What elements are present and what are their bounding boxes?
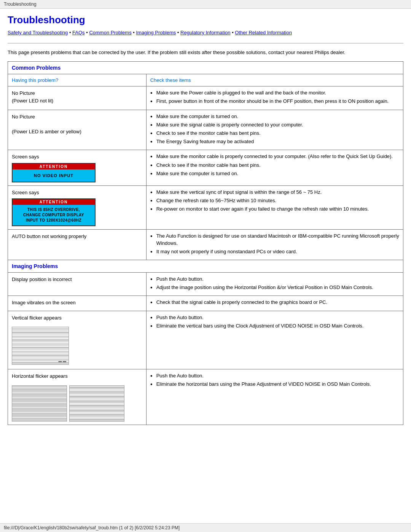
table-row: Screen says ATTENTION THIS IS 85HZ OVERD… xyxy=(8,185,403,230)
check-cell: Make sure the Power cable is plugged to … xyxy=(146,86,403,110)
list-item: Check that the signal cable is properly … xyxy=(150,299,399,306)
problem-cell: Horizontal flicker appears xyxy=(8,369,147,425)
problem-cell: Screen says ATTENTION THIS IS 85HZ OVERD… xyxy=(8,185,147,230)
list-item: Push the Auto button. xyxy=(150,276,399,283)
list-item: Eliminate the vertical bars using the Cl… xyxy=(150,323,399,329)
check-cell: Check that the signal cable is properly … xyxy=(146,296,403,311)
imaging-problems-label: Imaging Problems xyxy=(12,263,58,269)
problem-cell: Image vibrates on the screen xyxy=(8,296,147,311)
list-item: Change the refresh rate to 56~75Hz withi… xyxy=(150,197,399,204)
list-item: The Auto Function is designed for use on… xyxy=(150,233,399,246)
common-problems-header: Common Problems xyxy=(8,62,403,74)
list-item: Push the Auto button. xyxy=(150,372,399,379)
tab-label: Troubleshooting xyxy=(4,2,37,7)
breadcrumb-safety[interactable]: Safety and Troubleshooting xyxy=(8,30,68,35)
list-item: Re-power on monitor to start over again … xyxy=(150,206,399,212)
browser-tab: Troubleshooting xyxy=(0,0,411,9)
problem-cell: Screen says ATTENTION NO VIDEO INPUT xyxy=(8,150,147,186)
table-row: No Picture(Power LED not lit) Make sure … xyxy=(8,86,403,110)
list-item: Make sure the monitor cable is properly … xyxy=(150,153,399,160)
col-problem-header: Having this problem? xyxy=(8,74,147,86)
breadcrumb-faqs[interactable]: FAQs xyxy=(72,30,85,35)
check-cell: Make sure the vertical sync of input sig… xyxy=(146,185,403,230)
list-item: Eliminate the horizontal bars using the … xyxy=(150,381,399,388)
main-table: Common Problems Having this problem? Che… xyxy=(8,61,403,425)
page-content: Troubleshooting Safety and Troubleshooti… xyxy=(0,9,411,448)
list-item: The Energy Saving feature may be activat… xyxy=(150,138,399,145)
check-cell: Make sure the monitor cable is properly … xyxy=(146,150,403,186)
page-title: Troubleshooting xyxy=(8,14,403,26)
list-item: First, power button in front of the moni… xyxy=(150,98,399,105)
check-cell: Push the Auto button. Eliminate the vert… xyxy=(146,311,403,369)
divider xyxy=(8,43,403,43)
list-item: Push the Auto button. xyxy=(150,314,399,321)
common-problems-label: Common Problems xyxy=(12,65,61,71)
table-row: AUTO button not working properly The Aut… xyxy=(8,230,403,260)
horizontal-flicker-image-2 xyxy=(69,385,124,422)
table-row: Vertical flicker appears ▬ ▬ Push the Au… xyxy=(8,311,403,369)
breadcrumb-other-related[interactable]: Other Related Information xyxy=(235,30,292,35)
list-item: Adjust the image position using the Hori… xyxy=(150,284,399,291)
table-row: Screen says ATTENTION NO VIDEO INPUT Mak… xyxy=(8,150,403,186)
list-item: Make sure the Power cable is plugged to … xyxy=(150,89,399,96)
vertical-flicker-image: ▬ ▬ xyxy=(12,327,69,365)
list-item: Make sure the computer is turned on. xyxy=(150,170,399,177)
list-item: Make sure the signal cable is properly c… xyxy=(150,121,399,128)
problem-cell: Vertical flicker appears ▬ ▬ xyxy=(8,311,147,369)
check-cell: Make sure the computer is turned on. Mak… xyxy=(146,110,403,150)
table-row: Image vibrates on the screen Check that … xyxy=(8,296,403,311)
imaging-problems-header: Imaging Problems xyxy=(8,260,403,272)
horizontal-flicker-image-container xyxy=(12,383,142,422)
list-item: It may not work properly if using nonsta… xyxy=(150,248,399,255)
problem-cell: No Picture(Power LED is amber or yellow) xyxy=(8,110,147,150)
breadcrumb-regulatory[interactable]: Regulatory Information xyxy=(180,30,231,35)
attention-box-1: ATTENTION NO VIDEO INPUT xyxy=(12,163,96,182)
list-item: Check to see if the monitor cable has be… xyxy=(150,162,399,169)
list-item: Make sure the computer is turned on. xyxy=(150,113,399,120)
attention-box-2: ATTENTION THIS IS 85HZ OVERDRIVE,CHANGE … xyxy=(12,198,96,226)
problem-cell: AUTO button not working properly xyxy=(8,230,147,260)
col-check-header: Check these items xyxy=(146,74,403,86)
breadcrumb: Safety and Troubleshooting • FAQs • Comm… xyxy=(8,29,403,37)
table-row: Horizontal flicker appears Push the Auto… xyxy=(8,369,403,425)
breadcrumb-imaging-problems[interactable]: Imaging Problems xyxy=(136,30,176,35)
vertical-flicker-image-container: ▬ ▬ xyxy=(12,324,142,366)
intro-text: This page presents problems that can be … xyxy=(8,49,403,56)
problem-cell: Display position is incorrect xyxy=(8,272,147,296)
table-row: No Picture(Power LED is amber or yellow)… xyxy=(8,110,403,150)
breadcrumb-common-problems[interactable]: Common Problems xyxy=(89,30,131,35)
table-row: Display position is incorrect Push the A… xyxy=(8,272,403,296)
horizontal-flicker-image-1 xyxy=(12,385,67,422)
check-cell: Push the Auto button. Adjust the image p… xyxy=(146,272,403,296)
check-cell: Push the Auto button. Eliminate the hori… xyxy=(146,369,403,425)
list-item: Check to see if the monitor cable has be… xyxy=(150,130,399,137)
list-item: Make sure the vertical sync of input sig… xyxy=(150,189,399,196)
check-cell: The Auto Function is designed for use on… xyxy=(146,230,403,260)
problem-cell: No Picture(Power LED not lit) xyxy=(8,86,147,110)
